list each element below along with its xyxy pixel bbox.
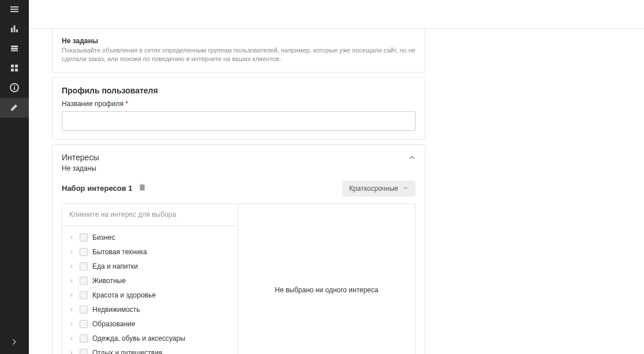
svg-rect-9 [11, 65, 14, 67]
stack-icon [10, 44, 19, 55]
interest-tree-panel: БизнесБытовая техникаЕда и напиткиЖивотн… [62, 204, 238, 354]
tree-checkbox[interactable] [80, 234, 88, 242]
svg-rect-15 [14, 85, 15, 86]
expand-icon[interactable] [68, 278, 75, 283]
tree-item[interactable]: Одежда, обувь и аксессуары [62, 332, 238, 346]
tree-item[interactable]: Бизнес [62, 231, 238, 245]
tree-item-label: Бизнес [92, 234, 115, 242]
interests-title: Интересы [62, 153, 99, 162]
svg-rect-0 [10, 6, 18, 7]
sidebar-grid[interactable] [0, 59, 29, 78]
interest-tree[interactable]: БизнесБытовая техникаЕда и напиткиЖивотн… [62, 226, 238, 354]
bar-chart-icon [10, 24, 19, 35]
tree-checkbox[interactable] [80, 248, 88, 256]
interests-status: Не заданы [53, 164, 425, 180]
topbar [29, 0, 644, 29]
svg-rect-8 [11, 50, 18, 51]
tree-item[interactable]: Образование [62, 317, 238, 332]
retargeting-status: Не заданы [62, 37, 415, 45]
delete-set-button[interactable] [138, 184, 146, 193]
expand-icon[interactable] [68, 235, 75, 240]
empty-selection-message: Не выбрано ни одного интереса [275, 286, 378, 294]
tree-checkbox[interactable] [80, 334, 88, 342]
tree-item-label: Животные [92, 277, 126, 285]
interest-search-input[interactable] [62, 204, 238, 226]
expand-icon[interactable] [68, 293, 75, 297]
expand-icon[interactable] [68, 264, 75, 269]
retargeting-description: Показывайте объявления в сетях определен… [62, 46, 415, 64]
profile-name-input[interactable] [62, 111, 415, 131]
chevron-right-icon [10, 338, 18, 348]
svg-rect-14 [14, 87, 15, 90]
interest-set-name: Набор интересов 1 [62, 184, 133, 193]
interests-accordion-toggle[interactable]: Интересы [53, 145, 425, 164]
sidebar-expand[interactable] [0, 331, 29, 354]
profile-name-label: Название профиля * [62, 100, 415, 108]
tree-item[interactable]: Животные [62, 274, 238, 288]
tree-checkbox[interactable] [80, 277, 88, 285]
tree-checkbox[interactable] [80, 262, 88, 270]
svg-rect-10 [15, 65, 18, 67]
profile-card: Профиль пользователя Название профиля * [52, 77, 425, 140]
expand-icon[interactable] [68, 322, 75, 326]
tree-item-label: Отдых и путешествия [92, 349, 162, 354]
pencil-icon [10, 103, 19, 114]
tree-checkbox[interactable] [80, 349, 88, 354]
trash-icon [138, 184, 146, 193]
interests-card: Интересы Не заданы Набор интересов 1 Кра… [52, 144, 425, 354]
sidebar-menu[interactable] [0, 0, 29, 20]
expand-icon[interactable] [68, 336, 75, 341]
sidebar-stats[interactable] [0, 20, 29, 39]
sidebar-campaigns[interactable] [0, 39, 29, 59]
interest-panel: БизнесБытовая техникаЕда и напиткиЖивотн… [62, 204, 415, 354]
tree-item-label: Красота и здоровье [92, 291, 156, 299]
expand-icon[interactable] [68, 307, 75, 312]
tree-item[interactable]: Отдых и путешествия [62, 346, 238, 354]
tree-item[interactable]: Недвижимость [62, 303, 238, 317]
expand-icon[interactable] [68, 250, 75, 254]
info-icon [10, 83, 19, 94]
tree-item[interactable]: Красота и здоровье [62, 288, 238, 303]
sidebar [0, 0, 29, 354]
tree-item-label: Одежда, обувь и аксессуары [92, 334, 185, 342]
sidebar-info[interactable] [0, 78, 29, 98]
tree-item-label: Образование [92, 320, 135, 328]
tree-checkbox[interactable] [80, 320, 88, 328]
svg-rect-5 [16, 29, 18, 32]
svg-rect-2 [10, 11, 18, 12]
tree-item-label: Недвижимость [92, 306, 140, 314]
expand-icon[interactable] [68, 351, 75, 354]
tree-item-label: Еда и напитки [92, 262, 138, 270]
svg-rect-11 [11, 69, 14, 71]
retargeting-card: Не заданы Показывайте объявления в сетях… [52, 29, 425, 73]
profile-title: Профиль пользователя [62, 86, 415, 95]
interest-type-dropdown[interactable]: Краткосрочные [342, 180, 415, 197]
chevron-down-icon [403, 184, 409, 193]
tree-item-label: Бытовая техника [92, 248, 147, 256]
grid-icon [10, 63, 19, 74]
tree-item[interactable]: Еда и напитки [62, 259, 238, 274]
svg-rect-3 [11, 28, 13, 32]
svg-rect-4 [14, 25, 16, 32]
svg-rect-1 [10, 9, 18, 10]
tree-item[interactable]: Бытовая техника [62, 245, 238, 259]
tree-checkbox[interactable] [80, 306, 88, 314]
svg-rect-6 [11, 46, 18, 47]
svg-rect-7 [11, 48, 18, 50]
selected-interests-panel: Не выбрано ни одного интереса [238, 204, 415, 354]
svg-rect-18 [141, 184, 143, 185]
tree-checkbox[interactable] [80, 291, 88, 299]
svg-rect-12 [15, 69, 18, 71]
svg-rect-17 [139, 184, 145, 186]
svg-rect-16 [140, 186, 144, 190]
menu-icon [10, 5, 19, 16]
sidebar-edit[interactable] [0, 98, 29, 118]
chevron-up-icon [409, 154, 415, 161]
required-mark: * [125, 100, 128, 108]
